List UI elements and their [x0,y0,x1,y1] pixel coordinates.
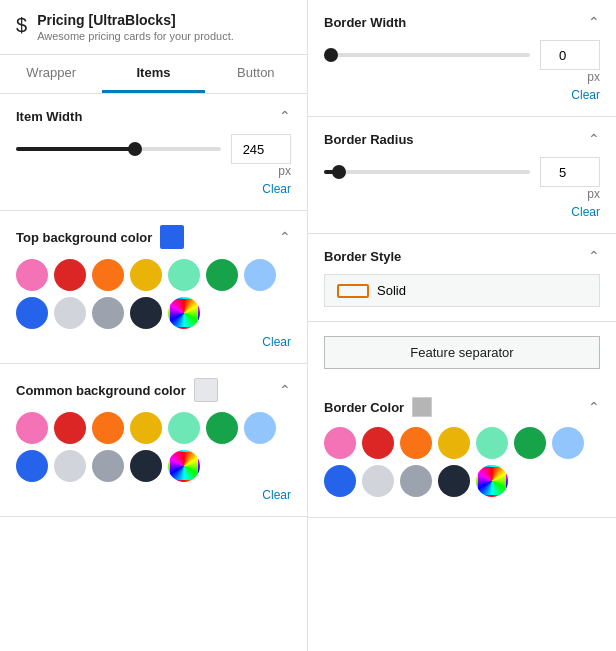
color-dot-dark[interactable] [130,450,162,482]
right-panel: Border Width ⌃ px Clear Border Radius ⌃ [308,0,616,651]
plugin-description: Awesome pricing cards for your product. [37,30,234,42]
color-dot-blue[interactable] [324,465,356,497]
border-color-swatch[interactable] [412,397,432,417]
border-width-section: Border Width ⌃ px Clear [308,0,616,117]
border-style-label: Solid [377,283,406,298]
item-width-section: Item Width ⌃ px Clear [0,94,307,211]
item-width-track [16,147,221,151]
common-bg-color-swatch-header[interactable] [194,378,218,402]
plugin-info: Pricing [UltraBlocks] Awesome pricing ca… [37,12,234,42]
tab-wrapper[interactable]: Wrapper [0,55,102,93]
item-width-clear[interactable]: Clear [16,182,291,196]
color-dot-orange[interactable] [92,259,124,291]
color-dot-gray[interactable] [92,297,124,329]
border-radius-unit: px [324,187,600,201]
color-dot-light-blue[interactable] [244,259,276,291]
item-width-slider-container [16,139,221,159]
border-color-header: Border Color ⌃ [324,397,600,417]
border-width-header: Border Width ⌃ [324,14,600,30]
common-bg-color-clear[interactable]: Clear [16,488,291,502]
border-color-title: Border Color [324,400,404,415]
common-bg-color-grid [16,412,291,482]
border-radius-slider-row [324,157,600,187]
common-bg-color-chevron[interactable]: ⌃ [279,382,291,398]
color-dot-gray[interactable] [92,450,124,482]
border-style-preview [337,284,369,298]
color-dot-orange[interactable] [92,412,124,444]
color-dot-light-gray[interactable] [54,450,86,482]
item-width-input[interactable] [231,134,291,164]
item-width-title: Item Width [16,109,82,124]
color-dot-light-blue[interactable] [552,427,584,459]
border-color-chevron[interactable]: ⌃ [588,399,600,415]
color-dot-yellow[interactable] [130,259,162,291]
item-width-unit: px [16,164,291,178]
tab-button[interactable]: Button [205,55,307,93]
plugin-header: $ Pricing [UltraBlocks] Awesome pricing … [0,0,307,55]
color-dot-pink[interactable] [16,259,48,291]
feature-separator-button[interactable]: Feature separator [324,336,600,369]
top-bg-color-swatch-header[interactable] [160,225,184,249]
border-radius-section: Border Radius ⌃ px Clear [308,117,616,234]
common-bg-color-title: Common background color [16,383,186,398]
border-width-input[interactable] [540,40,600,70]
border-radius-clear[interactable]: Clear [324,205,600,219]
color-dot-pink[interactable] [324,427,356,459]
top-bg-color-grid [16,259,291,329]
item-width-thumb[interactable] [128,142,142,156]
color-dot-yellow[interactable] [438,427,470,459]
left-panel: $ Pricing [UltraBlocks] Awesome pricing … [0,0,308,651]
color-dot-orange[interactable] [400,427,432,459]
color-dot-blue[interactable] [16,297,48,329]
border-width-chevron[interactable]: ⌃ [588,14,600,30]
color-dot-gradient[interactable] [476,465,508,497]
border-radius-input[interactable] [540,157,600,187]
color-dot-dark[interactable] [130,297,162,329]
item-width-slider-row [16,134,291,164]
border-color-grid [324,427,600,497]
color-dot-pink[interactable] [16,412,48,444]
common-bg-color-section: Common background color ⌃ Clear [0,364,307,517]
color-dot-red[interactable] [362,427,394,459]
color-dot-mint[interactable] [476,427,508,459]
color-dot-red[interactable] [54,259,86,291]
item-width-fill [16,147,135,151]
border-width-clear[interactable]: Clear [324,88,600,102]
border-radius-chevron[interactable]: ⌃ [588,131,600,147]
color-dot-gradient[interactable] [168,450,200,482]
color-dot-green[interactable] [514,427,546,459]
color-dot-green[interactable] [206,412,238,444]
color-dot-red[interactable] [54,412,86,444]
tab-bar: Wrapper Items Button [0,55,307,94]
color-dot-gray[interactable] [400,465,432,497]
top-bg-color-chevron[interactable]: ⌃ [279,229,291,245]
item-width-chevron[interactable]: ⌃ [279,108,291,124]
border-color-title-row: Border Color [324,397,432,417]
border-style-title: Border Style [324,249,401,264]
item-width-header: Item Width ⌃ [16,108,291,124]
border-radius-title: Border Radius [324,132,414,147]
top-bg-color-clear[interactable]: Clear [16,335,291,349]
tab-items[interactable]: Items [102,55,204,93]
color-dot-green[interactable] [206,259,238,291]
border-radius-slider-container [324,162,530,182]
common-bg-color-title-row: Common background color [16,378,218,402]
border-style-section: Border Style ⌃ Solid [308,234,616,322]
color-dot-light-blue[interactable] [244,412,276,444]
color-dot-light-gray[interactable] [54,297,86,329]
color-dot-dark[interactable] [438,465,470,497]
color-dot-gradient[interactable] [168,297,200,329]
color-dot-mint[interactable] [168,412,200,444]
border-radius-thumb[interactable] [332,165,346,179]
color-dot-blue[interactable] [16,450,48,482]
top-bg-color-header: Top background color ⌃ [16,225,291,249]
border-width-thumb[interactable] [324,48,338,62]
color-dot-light-gray[interactable] [362,465,394,497]
color-dot-mint[interactable] [168,259,200,291]
color-dot-yellow[interactable] [130,412,162,444]
border-style-chevron[interactable]: ⌃ [588,248,600,264]
border-style-solid-button[interactable]: Solid [324,274,600,307]
border-width-title: Border Width [324,15,406,30]
top-bg-color-section: Top background color ⌃ Clear [0,211,307,364]
feature-separator-section: Feature separator [308,322,616,383]
